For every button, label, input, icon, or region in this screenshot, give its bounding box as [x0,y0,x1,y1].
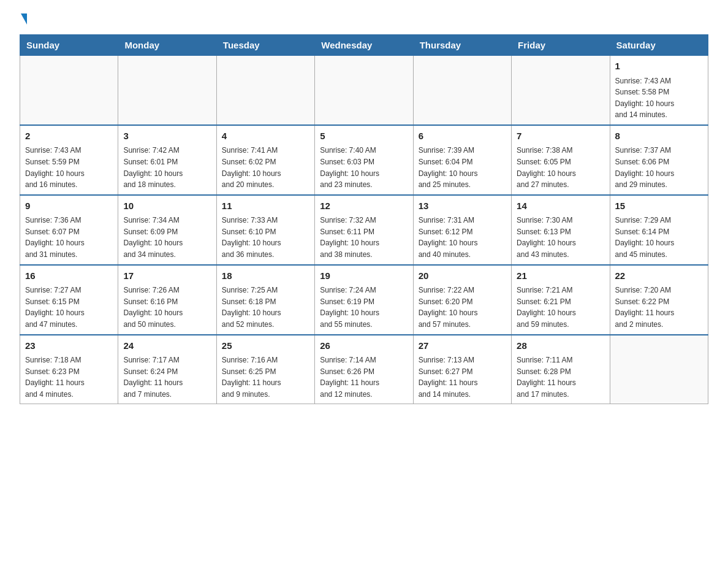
day-number: 15 [615,199,703,213]
day-number: 1 [615,59,703,74]
calendar-cell: 10Sunrise: 7:34 AM Sunset: 6:09 PM Dayli… [118,195,216,265]
calendar-cell: 6Sunrise: 7:39 AM Sunset: 6:04 PM Daylig… [413,125,511,195]
day-number: 21 [517,269,604,283]
day-info: Sunrise: 7:37 AM Sunset: 6:06 PM Dayligh… [615,145,703,190]
calendar-cell [216,56,314,125]
calendar-cell: 8Sunrise: 7:37 AM Sunset: 6:06 PM Daylig… [610,125,708,195]
day-info: Sunrise: 7:18 AM Sunset: 6:23 PM Dayligh… [25,354,113,400]
day-info: Sunrise: 7:33 AM Sunset: 6:10 PM Dayligh… [222,215,309,260]
calendar-cell: 17Sunrise: 7:26 AM Sunset: 6:16 PM Dayli… [118,265,216,335]
day-number: 12 [320,199,408,213]
calendar-header-row: SundayMondayTuesdayWednesdayThursdayFrid… [20,35,708,56]
calendar-cell: 19Sunrise: 7:24 AM Sunset: 6:19 PM Dayli… [315,265,413,335]
calendar-week-row: 1Sunrise: 7:43 AM Sunset: 5:58 PM Daylig… [20,56,708,125]
calendar-cell: 13Sunrise: 7:31 AM Sunset: 6:12 PM Dayli… [413,195,511,265]
weekday-header-thursday: Thursday [413,35,511,56]
calendar-cell: 20Sunrise: 7:22 AM Sunset: 6:20 PM Dayli… [413,265,511,335]
calendar-cell: 26Sunrise: 7:14 AM Sunset: 6:26 PM Dayli… [315,335,413,404]
calendar-cell [610,335,708,404]
day-info: Sunrise: 7:20 AM Sunset: 6:22 PM Dayligh… [615,285,703,330]
day-info: Sunrise: 7:25 AM Sunset: 6:18 PM Dayligh… [222,285,309,330]
day-number: 17 [123,269,211,283]
calendar-cell: 5Sunrise: 7:40 AM Sunset: 6:03 PM Daylig… [315,125,413,195]
logo [20,15,27,25]
day-number: 27 [419,339,506,353]
day-number: 8 [615,129,703,144]
calendar-cell [118,56,216,125]
day-info: Sunrise: 7:43 AM Sunset: 5:59 PM Dayligh… [25,145,113,190]
calendar-week-row: 16Sunrise: 7:27 AM Sunset: 6:15 PM Dayli… [20,265,708,335]
day-number: 25 [222,339,309,353]
day-number: 9 [25,199,113,213]
day-number: 19 [320,269,408,283]
day-number: 5 [320,129,408,144]
day-info: Sunrise: 7:24 AM Sunset: 6:19 PM Dayligh… [320,285,408,330]
day-info: Sunrise: 7:21 AM Sunset: 6:21 PM Dayligh… [517,285,604,330]
day-number: 14 [517,199,604,213]
day-info: Sunrise: 7:13 AM Sunset: 6:27 PM Dayligh… [419,354,506,400]
day-info: Sunrise: 7:27 AM Sunset: 6:15 PM Dayligh… [25,285,113,330]
calendar-cell [315,56,413,125]
calendar-cell [413,56,511,125]
day-info: Sunrise: 7:11 AM Sunset: 6:28 PM Dayligh… [517,354,604,400]
day-number: 3 [123,129,211,144]
calendar-cell: 1Sunrise: 7:43 AM Sunset: 5:58 PM Daylig… [610,56,708,125]
calendar-cell: 25Sunrise: 7:16 AM Sunset: 6:25 PM Dayli… [216,335,314,404]
day-info: Sunrise: 7:38 AM Sunset: 6:05 PM Dayligh… [517,145,604,190]
day-info: Sunrise: 7:39 AM Sunset: 6:04 PM Dayligh… [419,145,506,190]
day-info: Sunrise: 7:30 AM Sunset: 6:13 PM Dayligh… [517,215,604,260]
calendar-cell: 24Sunrise: 7:17 AM Sunset: 6:24 PM Dayli… [118,335,216,404]
day-info: Sunrise: 7:22 AM Sunset: 6:20 PM Dayligh… [419,285,506,330]
logo-arrow-icon [21,13,27,25]
day-info: Sunrise: 7:16 AM Sunset: 6:25 PM Dayligh… [222,354,309,400]
calendar-cell: 4Sunrise: 7:41 AM Sunset: 6:02 PM Daylig… [216,125,314,195]
day-info: Sunrise: 7:26 AM Sunset: 6:16 PM Dayligh… [123,285,211,330]
day-number: 24 [123,339,211,353]
day-info: Sunrise: 7:14 AM Sunset: 6:26 PM Dayligh… [320,354,408,400]
page-header [20,15,708,25]
calendar-cell: 28Sunrise: 7:11 AM Sunset: 6:28 PM Dayli… [512,335,610,404]
weekday-header-friday: Friday [512,35,610,56]
day-number: 20 [419,269,506,283]
day-number: 6 [419,129,506,144]
calendar-cell [20,56,118,125]
weekday-header-saturday: Saturday [610,35,708,56]
weekday-header-sunday: Sunday [20,35,118,56]
day-info: Sunrise: 7:41 AM Sunset: 6:02 PM Dayligh… [222,145,309,190]
calendar-cell: 2Sunrise: 7:43 AM Sunset: 5:59 PM Daylig… [20,125,118,195]
calendar-cell: 7Sunrise: 7:38 AM Sunset: 6:05 PM Daylig… [512,125,610,195]
day-info: Sunrise: 7:17 AM Sunset: 6:24 PM Dayligh… [123,354,211,400]
day-number: 11 [222,199,309,213]
calendar-cell: 21Sunrise: 7:21 AM Sunset: 6:21 PM Dayli… [512,265,610,335]
day-number: 4 [222,129,309,144]
calendar-cell: 27Sunrise: 7:13 AM Sunset: 6:27 PM Dayli… [413,335,511,404]
day-info: Sunrise: 7:43 AM Sunset: 5:58 PM Dayligh… [615,75,703,121]
calendar-cell [512,56,610,125]
calendar-cell: 12Sunrise: 7:32 AM Sunset: 6:11 PM Dayli… [315,195,413,265]
calendar-cell: 9Sunrise: 7:36 AM Sunset: 6:07 PM Daylig… [20,195,118,265]
weekday-header-monday: Monday [118,35,216,56]
day-info: Sunrise: 7:40 AM Sunset: 6:03 PM Dayligh… [320,145,408,190]
day-info: Sunrise: 7:32 AM Sunset: 6:11 PM Dayligh… [320,215,408,260]
calendar-cell: 15Sunrise: 7:29 AM Sunset: 6:14 PM Dayli… [610,195,708,265]
weekday-header-tuesday: Tuesday [216,35,314,56]
day-info: Sunrise: 7:31 AM Sunset: 6:12 PM Dayligh… [419,215,506,260]
calendar-cell: 16Sunrise: 7:27 AM Sunset: 6:15 PM Dayli… [20,265,118,335]
day-number: 2 [25,129,113,144]
calendar-cell: 3Sunrise: 7:42 AM Sunset: 6:01 PM Daylig… [118,125,216,195]
day-number: 22 [615,269,703,283]
day-number: 16 [25,269,113,283]
calendar-cell: 23Sunrise: 7:18 AM Sunset: 6:23 PM Dayli… [20,335,118,404]
day-number: 13 [419,199,506,213]
day-number: 7 [517,129,604,144]
day-number: 28 [517,339,604,353]
calendar-cell: 18Sunrise: 7:25 AM Sunset: 6:18 PM Dayli… [216,265,314,335]
calendar-week-row: 9Sunrise: 7:36 AM Sunset: 6:07 PM Daylig… [20,195,708,265]
day-number: 10 [123,199,211,213]
calendar-cell: 11Sunrise: 7:33 AM Sunset: 6:10 PM Dayli… [216,195,314,265]
day-number: 23 [25,339,113,353]
calendar-week-row: 2Sunrise: 7:43 AM Sunset: 5:59 PM Daylig… [20,125,708,195]
day-number: 26 [320,339,408,353]
day-info: Sunrise: 7:34 AM Sunset: 6:09 PM Dayligh… [123,215,211,260]
calendar-cell: 22Sunrise: 7:20 AM Sunset: 6:22 PM Dayli… [610,265,708,335]
